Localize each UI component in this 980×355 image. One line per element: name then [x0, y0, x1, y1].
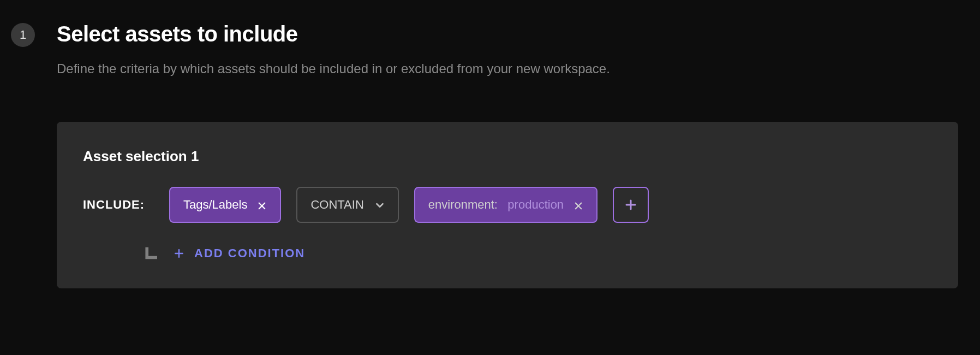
- plus-icon: [174, 248, 184, 259]
- add-condition-label: ADD CONDITION: [194, 246, 305, 261]
- step-number: 1: [20, 28, 26, 42]
- add-value-button[interactable]: [613, 187, 649, 223]
- asset-selection-panel: Asset selection 1 INCLUDE: Tags/Labels C…: [57, 122, 958, 288]
- value-chip[interactable]: environment: production: [414, 187, 597, 223]
- condition-mode-label: INCLUDE:: [83, 198, 154, 212]
- tree-branch-icon: [143, 245, 160, 262]
- value-key: environment:: [428, 198, 498, 211]
- close-icon[interactable]: [573, 200, 583, 210]
- operator-select[interactable]: CONTAIN: [296, 187, 398, 223]
- panel-title: Asset selection 1: [83, 148, 932, 165]
- field-chip[interactable]: Tags/Labels: [169, 187, 281, 223]
- chevron-down-icon: [374, 199, 385, 210]
- operator-label: CONTAIN: [310, 198, 363, 212]
- add-condition-button[interactable]: ADD CONDITION: [174, 246, 305, 261]
- plus-icon: [624, 198, 637, 211]
- value-chip-content: environment: production: [428, 198, 564, 212]
- field-chip-label: Tags/Labels: [183, 198, 247, 212]
- step-number-badge: 1: [11, 23, 35, 47]
- page-title: Select assets to include: [57, 22, 958, 46]
- add-condition-row: ADD CONDITION: [83, 245, 932, 262]
- value-val: production: [507, 198, 564, 211]
- page-subtitle: Define the criteria by which assets shou…: [57, 60, 958, 78]
- condition-row: INCLUDE: Tags/Labels CONTAIN: [83, 187, 932, 223]
- close-icon[interactable]: [257, 200, 267, 210]
